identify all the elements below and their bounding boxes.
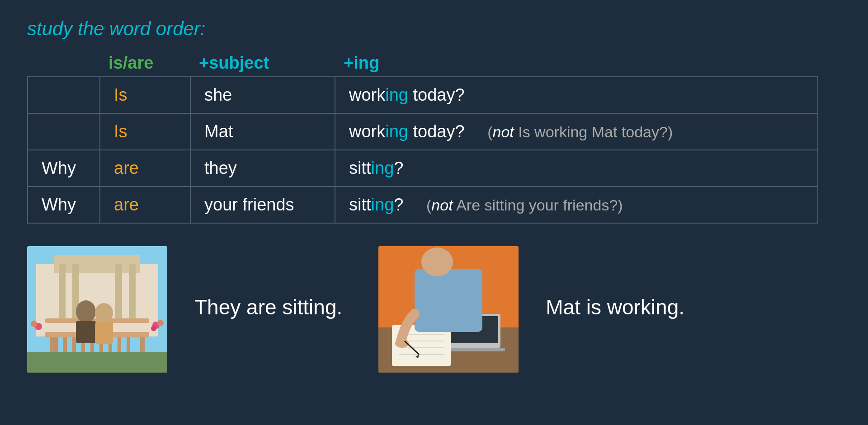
caption-working: Mat is working.	[546, 295, 684, 324]
cell-verb-4: are	[100, 187, 190, 223]
caption-couple: They are sitting.	[194, 295, 342, 324]
cell-wh-4: Why	[28, 187, 100, 223]
svg-point-25	[157, 320, 164, 326]
svg-rect-29	[27, 352, 167, 373]
cell-subject-2: Mat	[190, 113, 335, 150]
cell-verb-1: Is	[100, 77, 190, 113]
svg-rect-34	[442, 348, 505, 351]
cell-ing-2: working today? (not Is working Mat today…	[335, 113, 818, 150]
table-row: Why are your friends sitting? (not Are s…	[28, 187, 818, 223]
cell-wh-3: Why	[28, 150, 100, 187]
header-ing: +ing	[344, 53, 379, 72]
svg-rect-23	[95, 322, 113, 344]
header-subject: +subject	[199, 53, 269, 72]
cell-verb-2: Is	[100, 113, 190, 150]
cell-wh-1	[28, 77, 100, 113]
note-4: (not Are sitting your friends?)	[426, 196, 623, 214]
svg-point-22	[95, 303, 113, 323]
page-title: study the word order:	[27, 18, 841, 40]
svg-rect-40	[415, 269, 482, 332]
image-block-working: Mat is working.	[378, 246, 684, 373]
cell-subject-4: your friends	[190, 187, 335, 223]
svg-rect-6	[129, 264, 136, 323]
image-working	[378, 246, 519, 373]
table-row: Why are they sitting?	[28, 150, 818, 187]
cell-ing-1: working today?	[335, 77, 818, 113]
svg-rect-21	[76, 321, 96, 343]
note-2: (not Is working Mat today?)	[487, 123, 673, 140]
svg-rect-3	[59, 264, 66, 323]
svg-point-41	[421, 248, 453, 276]
header-col3: +ing	[344, 53, 379, 73]
cell-ing-3: sitting?	[335, 150, 818, 187]
cell-subject-3: they	[190, 150, 335, 187]
svg-point-26	[151, 326, 156, 331]
cell-verb-3: are	[100, 150, 190, 187]
image-block-couple: They are sitting.	[27, 246, 342, 373]
table-row: Is Mat working today? (not Is working Ma…	[28, 113, 818, 150]
header-col1: is/are	[108, 53, 199, 73]
svg-rect-5	[115, 264, 122, 323]
svg-point-20	[76, 300, 96, 323]
grammar-table: Is she working today? Is Mat working tod…	[27, 76, 818, 224]
svg-point-28	[31, 321, 37, 327]
table-row: Is she working today?	[28, 77, 818, 113]
cell-subject-1: she	[190, 77, 335, 113]
cell-ing-4: sitting? (not Are sitting your friends?)	[335, 187, 818, 223]
cell-wh-2	[28, 113, 100, 150]
images-section: They are sitting.	[27, 246, 841, 373]
header-col2: +subject	[199, 53, 344, 73]
image-couple	[27, 246, 167, 373]
svg-rect-2	[54, 255, 140, 273]
header-is: is/are	[108, 53, 153, 72]
